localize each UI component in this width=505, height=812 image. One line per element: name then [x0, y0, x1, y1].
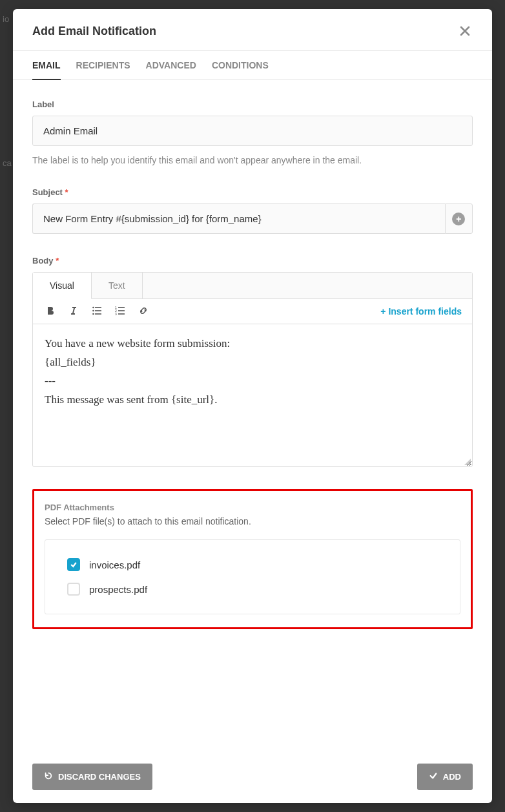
editor-tabs-filler	[143, 273, 472, 298]
checkbox-checked-icon	[67, 558, 80, 571]
resize-handle-icon	[463, 457, 471, 465]
undo-icon	[44, 771, 53, 782]
subject-field-label: Subject *	[32, 187, 473, 197]
pdf-item-invoices[interactable]: invoices.pdf	[67, 558, 438, 571]
svg-rect-3	[95, 310, 101, 311]
link-icon	[138, 306, 149, 318]
insert-field-button[interactable]: +	[445, 203, 473, 234]
label-field-group: Label The label is to help you identify …	[32, 99, 473, 165]
editor-tab-visual[interactable]: Visual	[33, 273, 92, 299]
tab-email[interactable]: EMAIL	[32, 60, 61, 79]
main-tabs: EMAIL RECIPIENTS ADVANCED CONDITIONS	[13, 51, 492, 80]
close-button[interactable]	[457, 23, 473, 39]
label-help-text: The label is to help you identify this e…	[32, 155, 473, 165]
svg-rect-1	[95, 307, 101, 308]
pdf-item-label: prospects.pdf	[89, 584, 147, 595]
subject-field-group: Subject * +	[32, 187, 473, 234]
required-asterisk: *	[65, 187, 68, 197]
pdf-attachments-subtitle: Select PDF file(s) to attach to this ema…	[45, 516, 460, 526]
plus-icon: +	[380, 306, 386, 317]
modal-header: Add Email Notification	[13, 9, 492, 51]
body-editor: Visual Text 123	[32, 272, 473, 467]
modal-title: Add Email Notification	[32, 25, 156, 38]
label-field-label: Label	[32, 99, 473, 109]
editor-tabs: Visual Text	[33, 273, 472, 299]
close-icon	[460, 36, 470, 36]
insert-form-fields-link[interactable]: + Insert form fields	[380, 306, 462, 317]
svg-point-0	[92, 306, 94, 308]
subject-label-text: Subject	[32, 187, 63, 197]
tab-conditions[interactable]: CONDITIONS	[212, 60, 269, 79]
modal-footer: DISCARD CHANGES ADD	[13, 751, 492, 803]
subject-row: +	[32, 203, 473, 234]
checkbox-unchecked-icon	[67, 583, 80, 596]
svg-point-2	[92, 309, 94, 311]
svg-rect-5	[95, 313, 101, 315]
italic-button[interactable]	[67, 304, 81, 318]
body-field-label: Body *	[32, 256, 473, 265]
pdf-attachments-title: PDF Attachments	[45, 503, 460, 512]
subject-input[interactable]	[32, 203, 445, 234]
svg-text:3: 3	[115, 312, 117, 316]
modal-body: Label The label is to help you identify …	[13, 80, 492, 751]
required-asterisk: *	[56, 256, 59, 265]
discard-changes-button[interactable]: DISCARD CHANGES	[32, 764, 152, 790]
ordered-list-icon: 123	[115, 306, 125, 318]
label-input[interactable]	[32, 116, 473, 146]
pdf-attachments-section: PDF Attachments Select PDF file(s) to at…	[32, 489, 473, 629]
pdf-attachments-list: invoices.pdf prospects.pdf	[45, 539, 460, 614]
bullet-list-button[interactable]	[90, 304, 104, 318]
bg-fragment: io	[3, 14, 9, 24]
editor-line: ---	[45, 372, 460, 391]
bg-fragment: ca	[3, 158, 12, 168]
insert-form-fields-label: Insert form fields	[388, 306, 462, 317]
tab-advanced[interactable]: ADVANCED	[146, 60, 196, 79]
svg-rect-11	[118, 313, 125, 315]
add-button-label: ADD	[443, 772, 461, 782]
editor-line: {all_fields}	[45, 353, 460, 372]
editor-line: You have a new website form submission:	[45, 335, 460, 353]
plus-icon: +	[452, 213, 465, 225]
editor-tab-text[interactable]: Text	[92, 273, 143, 298]
body-field-group: Body * Visual Text	[32, 256, 473, 467]
ordered-list-button[interactable]: 123	[113, 304, 127, 318]
email-notification-modal: Add Email Notification EMAIL RECIPIENTS …	[13, 9, 492, 803]
svg-rect-7	[118, 307, 125, 308]
tab-recipients[interactable]: RECIPIENTS	[76, 60, 130, 79]
svg-rect-9	[118, 310, 125, 311]
discard-button-label: DISCARD CHANGES	[58, 772, 141, 782]
editor-toolbar: 123 + Insert form fields	[33, 299, 472, 324]
bold-button[interactable]	[43, 304, 57, 318]
bold-icon	[45, 306, 56, 318]
bullet-list-icon	[92, 306, 102, 318]
editor-line: This message was sent from {site_url}.	[45, 391, 460, 410]
editor-textarea[interactable]: You have a new website form submission: …	[33, 324, 472, 466]
italic-icon	[68, 306, 79, 318]
check-icon	[429, 771, 438, 782]
link-button[interactable]	[136, 304, 150, 318]
body-label-text: Body	[32, 256, 54, 265]
add-button[interactable]: ADD	[417, 764, 473, 790]
pdf-item-label: invoices.pdf	[89, 559, 140, 570]
svg-point-4	[92, 313, 94, 315]
pdf-item-prospects[interactable]: prospects.pdf	[67, 583, 438, 596]
